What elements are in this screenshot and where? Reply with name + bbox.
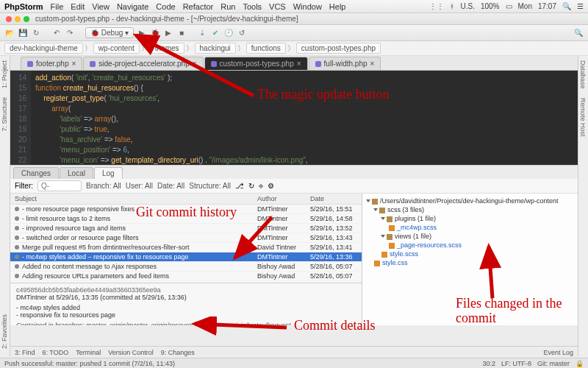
- commit-row[interactable]: - mc4wp styles added – responsive fix to…: [10, 252, 362, 262]
- file-style-scss[interactable]: style.scss: [367, 250, 573, 258]
- col-author[interactable]: Author: [254, 194, 307, 204]
- tab-footer[interactable]: footer.php×: [21, 57, 82, 70]
- menu-run[interactable]: Run: [220, 2, 235, 11]
- menu-view[interactable]: View: [92, 2, 110, 11]
- stop-icon[interactable]: ■: [176, 28, 187, 38]
- cherry-pick-icon[interactable]: ⎇: [235, 182, 244, 190]
- crumb-file[interactable]: custom-post-types.php: [296, 43, 381, 54]
- structure-filter[interactable]: Structure: All: [189, 182, 231, 190]
- crumb-wpcontent[interactable]: wp-content: [93, 43, 140, 54]
- tw-todo[interactable]: 6: TODO: [43, 349, 69, 356]
- code-area[interactable]: add_action( 'init', 'create_hui_resource…: [31, 71, 578, 165]
- battery-level: 100%: [481, 2, 500, 10]
- commit-row[interactable]: Added no content message to Ajax respons…: [10, 262, 362, 272]
- crumb-theme[interactable]: hackingui: [195, 43, 236, 54]
- run-config-selector[interactable]: 🐞 Debug ▾: [85, 27, 134, 38]
- tab-full-width[interactable]: full-width.php×: [309, 57, 381, 70]
- tab-custom-post-types[interactable]: custom-post-types.php×: [204, 57, 308, 70]
- filter-input[interactable]: [37, 180, 82, 191]
- right-tool-stripe: Database Remote Host: [578, 56, 588, 356]
- tw-find[interactable]: 3: Find: [15, 349, 35, 356]
- version-control-panel: Changes Local Log Filter: Branch: All Us…: [10, 165, 578, 325]
- scss-icon: [389, 225, 395, 231]
- gear-icon[interactable]: ⚙: [268, 182, 274, 190]
- menu-refactor[interactable]: Refactor: [183, 2, 214, 11]
- tree-plugins[interactable]: plugins (1 file): [367, 214, 573, 223]
- tw-terminal[interactable]: Terminal: [76, 349, 101, 356]
- menu-edit[interactable]: Edit: [71, 2, 85, 11]
- file-style-css[interactable]: style.css: [367, 258, 573, 267]
- maximize-window-icon[interactable]: [24, 16, 29, 22]
- crumb-project[interactable]: dev-hackingui-theme: [4, 43, 83, 54]
- commit-row[interactable]: - improved resource tags and itemsDMTint…: [10, 224, 362, 233]
- left-tab-structure[interactable]: 7: Structure: [0, 93, 9, 136]
- git-branch[interactable]: Git: master: [537, 360, 570, 367]
- user-filter[interactable]: User: All: [126, 182, 153, 190]
- commit-row[interactable]: - switched order or resource page filter…: [10, 233, 362, 243]
- vcs-revert-icon[interactable]: ↺: [237, 28, 247, 38]
- close-window-icon[interactable]: [6, 16, 12, 22]
- debug-button[interactable]: 🐞: [150, 28, 160, 38]
- open-icon[interactable]: 📂: [4, 28, 15, 38]
- wifi-icon: ⋮⋮: [429, 2, 444, 10]
- search-icon[interactable]: 🔍: [573, 28, 584, 38]
- left-tab-favorites[interactable]: 2: Favorites: [0, 310, 9, 353]
- crumb-functions[interactable]: functions: [246, 43, 286, 54]
- file-page-resources[interactable]: _page-resources.scss: [367, 241, 573, 250]
- run-button[interactable]: ▶: [137, 28, 147, 38]
- menu-file[interactable]: File: [51, 2, 64, 11]
- tw-vcs[interactable]: Version Control: [108, 349, 154, 356]
- crumb-themes[interactable]: themes: [150, 43, 184, 54]
- right-tab-database[interactable]: Database: [578, 56, 587, 93]
- branch-filter[interactable]: Branch: All: [86, 182, 121, 190]
- menu-navigate[interactable]: Navigate: [117, 2, 148, 11]
- tab-side-project[interactable]: side-project-accelerator.php×: [83, 57, 203, 70]
- commit-row[interactable]: - more resource page responsive fixesDMT…: [10, 205, 362, 214]
- notif-icon[interactable]: ☰: [577, 2, 584, 10]
- menu-window[interactable]: Window: [293, 2, 322, 11]
- vcs-tab-local[interactable]: Local: [60, 167, 93, 179]
- commit-row[interactable]: Adding resource URLs parameters and feed…: [10, 272, 362, 281]
- undo-icon[interactable]: ↶: [51, 28, 62, 38]
- refresh-log-icon[interactable]: ↻: [248, 182, 254, 190]
- code-editor[interactable]: 141516171819202122 add_action( 'init', '…: [10, 71, 578, 165]
- menu-tools[interactable]: Tools: [243, 2, 262, 11]
- vcs-tab-changes[interactable]: Changes: [13, 167, 59, 179]
- changed-files-tree: /Users/davidtintner/Projects/dev-hacking…: [362, 194, 578, 325]
- file-mc4wp[interactable]: _mc4wp.scss: [367, 223, 573, 232]
- tree-scss[interactable]: scss (3 files): [367, 205, 573, 214]
- window-title: custom-post-types.php - dev-hackingui-th…: [35, 15, 298, 23]
- close-icon[interactable]: ×: [193, 60, 197, 68]
- redo-icon[interactable]: ↷: [65, 28, 75, 38]
- vcs-update-icon[interactable]: ⇣: [197, 28, 207, 38]
- col-subject[interactable]: Subject: [10, 194, 254, 204]
- commit-row[interactable]: - limit resource tags to 2 itemsDMTintne…: [10, 214, 362, 224]
- close-icon[interactable]: ×: [370, 60, 375, 68]
- close-icon[interactable]: ×: [297, 60, 301, 68]
- folder-icon: [387, 216, 392, 222]
- spotlight-icon[interactable]: 🔍: [562, 2, 571, 10]
- date-filter[interactable]: Date: All: [157, 182, 184, 190]
- vcs-commit-icon[interactable]: ✔: [210, 28, 220, 38]
- tw-changes[interactable]: 9: Changes: [161, 349, 195, 356]
- vcs-tab-log[interactable]: Log: [94, 167, 123, 179]
- vcs-history-icon[interactable]: 🕘: [223, 28, 234, 38]
- close-icon[interactable]: ×: [71, 60, 76, 68]
- coverage-icon[interactable]: ▶: [163, 28, 173, 38]
- tree-views[interactable]: views (1 file): [367, 232, 573, 241]
- commit-row[interactable]: Merge pull request #5 from dmtintner/res…: [10, 243, 362, 252]
- input-flag: U.S.: [460, 2, 474, 10]
- right-tab-remote[interactable]: Remote Host: [578, 93, 587, 141]
- save-icon[interactable]: 💾: [18, 28, 28, 38]
- menu-vcs[interactable]: VCS: [269, 2, 286, 11]
- minimize-window-icon[interactable]: [15, 16, 21, 22]
- menu-help[interactable]: Help: [329, 2, 346, 11]
- menu-code[interactable]: Code: [156, 2, 175, 11]
- col-date[interactable]: Date: [307, 194, 362, 204]
- tree-root[interactable]: /Users/davidtintner/Projects/dev-hacking…: [367, 197, 573, 205]
- goto-hash-icon[interactable]: ⎆: [259, 182, 263, 190]
- refresh-icon[interactable]: ↻: [31, 28, 41, 38]
- tw-event-log[interactable]: Event Log: [543, 349, 573, 356]
- left-tab-project[interactable]: 1: Project: [0, 56, 9, 93]
- folder-icon: [372, 199, 378, 205]
